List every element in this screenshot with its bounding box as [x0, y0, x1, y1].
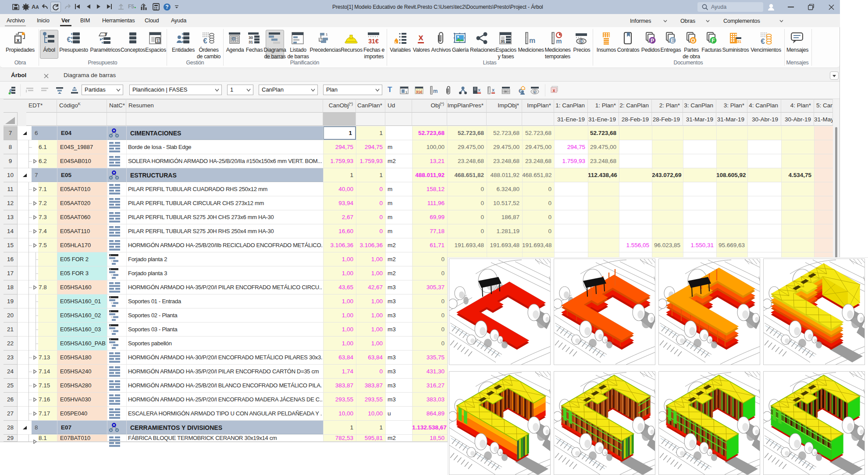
svg-text:€: € [534, 90, 536, 94]
svg-text:m: m [433, 88, 438, 94]
svg-text:?: ? [165, 4, 168, 10]
svg-text:P: P [651, 38, 654, 44]
svg-text:m: m [556, 37, 562, 45]
svg-text:31: 31 [501, 39, 505, 44]
svg-text:$: $ [105, 32, 107, 36]
svg-text:31: 31 [249, 40, 253, 44]
svg-text:1: 1 [406, 90, 408, 94]
svg-text:x: x [418, 32, 423, 42]
svg-text:1: 1 [157, 39, 159, 43]
svg-text:x: x [553, 88, 555, 93]
svg-text:m: m [529, 37, 535, 44]
svg-text:x: x [492, 87, 495, 92]
svg-text:31€: 31€ [416, 90, 422, 94]
svg-text:€: € [67, 36, 71, 43]
svg-text:F: F [711, 38, 715, 44]
svg-text:€: € [203, 37, 207, 45]
svg-text:€: € [761, 37, 765, 45]
svg-text:x: x [478, 87, 481, 92]
svg-text:x: x [16, 37, 20, 43]
svg-text:1: 1 [326, 32, 328, 36]
svg-text:E: E [671, 38, 674, 44]
svg-text:31: 31 [737, 39, 741, 44]
svg-text:O: O [691, 38, 695, 44]
svg-text:30: 30 [249, 35, 253, 40]
svg-text:€: € [580, 39, 583, 44]
svg-text:31€: 31€ [368, 38, 379, 45]
